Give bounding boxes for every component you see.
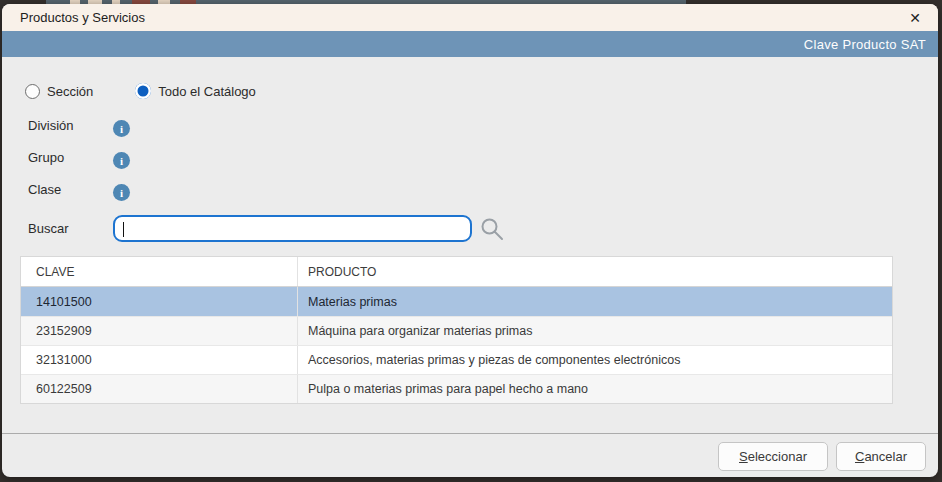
products-table: CLAVE PRODUCTO 14101500 Materias primas … [20,256,893,404]
cell-producto: Pulpa o materias primas para papel hecho… [298,375,892,403]
cell-clave: 23152909 [21,317,298,345]
cell-clave: 14101500 [21,287,298,316]
buscar-label: Buscar [28,221,68,236]
productos-servicios-dialog: Productos y Servicios ✕ Clave Producto S… [2,4,938,477]
cell-producto: Máquina para organizar materias primas [298,317,892,345]
grupo-info-icon[interactable]: i [113,152,130,169]
seleccionar-button-label: Seleccionar [739,449,807,464]
clase-label: Clase [28,182,61,197]
radio-seccion[interactable]: Sección [25,83,93,99]
division-label: División [28,118,74,133]
close-icon[interactable]: ✕ [900,4,930,31]
cancelar-button-label: Cancelar [855,449,907,464]
accent-bar-label: Clave Producto SAT [804,37,926,52]
column-header-clave[interactable]: CLAVE [21,257,298,286]
cell-clave: 60122509 [21,375,298,403]
text-cursor [123,222,124,237]
radio-seccion-label: Sección [47,84,93,99]
search-input[interactable] [115,217,470,240]
table-row[interactable]: 60122509 Pulpa o materias primas para pa… [21,374,892,403]
accent-header-bar: Clave Producto SAT [2,31,938,57]
radio-unselected-icon[interactable] [25,84,40,99]
search-icon[interactable] [479,216,505,242]
clase-info-icon[interactable]: i [113,184,130,201]
seleccionar-button[interactable]: Seleccionar [718,442,828,471]
radio-todo-el-catalogo[interactable]: Todo el Catálogo [135,83,256,99]
radio-selected-icon[interactable] [135,83,151,99]
table-header-row: CLAVE PRODUCTO [21,257,892,287]
cell-clave: 32131000 [21,346,298,374]
cell-producto: Accesorios, materias primas y piezas de … [298,346,892,374]
column-header-producto[interactable]: PRODUCTO [298,257,892,286]
dialog-title: Productos y Servicios [20,10,145,25]
search-field-wrap [113,215,472,242]
cell-producto: Materias primas [298,287,892,316]
cancelar-button[interactable]: Cancelar [836,442,926,471]
footer-divider [2,433,938,434]
catalog-scope-radio-group: Sección Todo el Catálogo [25,83,256,99]
radio-todo-label: Todo el Catálogo [158,84,256,99]
division-info-icon[interactable]: i [113,120,130,137]
title-bar: Productos y Servicios ✕ [2,4,938,31]
grupo-label: Grupo [28,150,64,165]
table-row[interactable]: 32131000 Accesorios, materias primas y p… [21,345,892,374]
table-row-selected[interactable]: 14101500 Materias primas [21,287,892,316]
table-row[interactable]: 23152909 Máquina para organizar materias… [21,316,892,345]
